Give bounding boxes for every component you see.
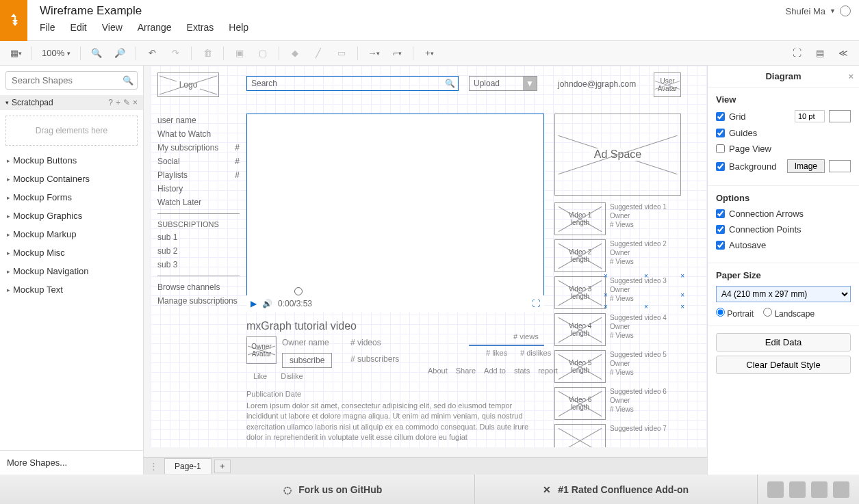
close-icon[interactable]: × <box>848 71 854 81</box>
shape-category[interactable]: Mockup Markup <box>0 225 143 243</box>
suggested-thumb[interactable]: Video 2length <box>554 239 606 272</box>
like-dislike-row[interactable]: LikeDislike <box>253 372 303 380</box>
pageview-checkbox[interactable] <box>716 144 725 153</box>
to-front-button[interactable]: ▣ <box>229 44 250 62</box>
zoom-out-button[interactable]: 🔎 <box>110 44 130 62</box>
connection-arrows-checkbox[interactable] <box>716 209 725 218</box>
suggested-video-row[interactable]: Video 6lengthSuggested video 6Owner# Vie… <box>554 387 681 420</box>
format-panel-icon[interactable]: ▤ <box>810 44 830 62</box>
wireframe-search[interactable]: Search🔍 <box>246 76 459 91</box>
guides-checkbox[interactable] <box>716 129 725 137</box>
facebook-icon[interactable] <box>789 481 806 498</box>
paper-size-select[interactable]: A4 (210 mm x 297 mm) <box>716 286 851 302</box>
shape-category[interactable]: Mockup Navigation <box>0 262 143 280</box>
globe-icon[interactable] <box>840 5 851 16</box>
line-button[interactable]: ╱ <box>308 44 329 62</box>
user-name[interactable]: Shufei Ma <box>786 6 826 16</box>
suggested-thumb[interactable]: Video 5length <box>554 350 606 383</box>
suggested-thumb[interactable]: Video 3length <box>554 276 606 309</box>
edit-data-button[interactable]: Edit Data <box>716 333 851 352</box>
suggested-video-row[interactable]: Video 2lengthSuggested video 2Owner# Vie… <box>554 239 681 272</box>
wireframe-user-avatar[interactable]: UserAvatar <box>654 72 681 97</box>
video-scrubber[interactable] <box>294 287 303 295</box>
zoom-select[interactable]: 100%▾ <box>38 48 75 58</box>
confluence-link[interactable]: ✕ #1 Rated Confluence Add-on <box>475 475 758 504</box>
suggested-video-row[interactable]: Video 4lengthSuggested video 4Owner# Vie… <box>554 313 681 346</box>
shape-category[interactable]: Mockup Forms <box>0 188 143 207</box>
app-logo[interactable] <box>0 0 27 41</box>
github-fork-link[interactable]: ◌ Fork us on GitHub <box>192 475 475 504</box>
menu-edit[interactable]: Edit <box>70 22 87 33</box>
suggested-thumb[interactable]: Video 6length <box>554 387 606 420</box>
shape-category[interactable]: Mockup Text <box>0 280 143 299</box>
user-menu-caret[interactable]: ▼ <box>830 8 836 14</box>
video-actions[interactable]: AboutShareAdd tostatsreport <box>428 367 558 375</box>
suggested-thumb[interactable] <box>554 424 606 447</box>
view-mode-button[interactable]: ▦▾ <box>5 44 26 62</box>
wireframe-video-controls[interactable]: ▶ 🔊 0:00/3:53 ⛶ <box>246 295 544 312</box>
grid-size-input[interactable] <box>795 110 825 122</box>
scratchpad-dropzone[interactable]: Drag elements here <box>5 116 138 146</box>
add-page-button[interactable]: + <box>214 460 231 473</box>
wireframe-email[interactable]: johndoe@jgraph.com <box>558 79 636 89</box>
shape-category[interactable]: Mockup Graphics <box>0 207 143 225</box>
menu-view[interactable]: View <box>102 22 123 33</box>
suggested-video-row[interactable]: Suggested video 7 <box>554 424 681 447</box>
landscape-radio[interactable] <box>763 308 772 317</box>
menu-help[interactable]: Help <box>229 22 248 33</box>
wireframe-ad-space[interactable]: Ad Space <box>554 114 681 196</box>
search-shapes-input[interactable] <box>5 71 138 90</box>
fill-button[interactable]: ◆ <box>285 44 305 62</box>
delete-button[interactable]: 🗑 <box>197 44 218 62</box>
shadow-button[interactable]: ▭ <box>331 44 352 62</box>
github-icon[interactable] <box>833 481 849 498</box>
suggested-thumb[interactable]: Video 1length <box>554 202 606 235</box>
twitter-icon[interactable] <box>811 481 828 498</box>
connection-points-checkbox[interactable] <box>716 225 725 234</box>
wireframe-video-player[interactable] <box>246 114 544 312</box>
waypoint-button[interactable]: ⌐▾ <box>387 44 407 62</box>
wireframe-owner-avatar[interactable]: OwnerAvatar <box>246 336 277 364</box>
add-button[interactable]: +▾ <box>419 44 439 62</box>
portrait-radio[interactable] <box>716 308 725 317</box>
scratchpad-add-icon[interactable]: + <box>116 98 120 107</box>
clear-default-style-button[interactable]: Clear Default Style <box>716 356 851 374</box>
menu-arrange[interactable]: Arrange <box>138 22 172 33</box>
fullscreen-icon[interactable]: ⛶ <box>786 44 807 62</box>
menu-file[interactable]: File <box>40 22 55 33</box>
suggested-thumb[interactable]: Video 4length <box>554 313 606 346</box>
canvas-area[interactable]: Logo Search🔍 Upload▼ johndoe@jgraph.com … <box>144 66 707 475</box>
to-back-button[interactable]: ▢ <box>253 44 273 62</box>
suggested-video-row[interactable]: Video 5lengthSuggested video 5Owner# Vie… <box>554 350 681 383</box>
wireframe-sidenav[interactable]: user name What to Watch My subscriptions… <box>157 114 240 308</box>
undo-button[interactable]: ↶ <box>142 44 162 62</box>
collapse-icon[interactable]: ≪ <box>833 44 854 62</box>
redo-button[interactable]: ↷ <box>165 44 185 62</box>
wireframe-upload[interactable]: Upload▼ <box>469 76 537 91</box>
shape-category[interactable]: Mockup Misc <box>0 243 143 262</box>
scratchpad-edit-icon[interactable]: ✎ <box>123 98 130 107</box>
suggested-video-row[interactable]: Video 1lengthSuggested video 1Owner# Vie… <box>554 202 681 235</box>
scratchpad-help-icon[interactable]: ? <box>108 98 113 107</box>
document-title[interactable]: Wireframe Example <box>40 4 765 18</box>
connection-button[interactable]: →▾ <box>363 44 384 62</box>
wireframe-logo[interactable]: Logo <box>157 72 219 97</box>
googleplus-icon[interactable] <box>767 481 784 498</box>
search-icon[interactable]: 🔍 <box>123 75 133 85</box>
autosave-checkbox[interactable] <box>716 241 725 250</box>
scratchpad-close-icon[interactable]: × <box>133 98 138 107</box>
page-tab[interactable]: Page-1 <box>164 458 211 474</box>
shape-category[interactable]: Mockup Buttons <box>0 151 143 170</box>
more-shapes-button[interactable]: More Shapes... <box>0 450 143 475</box>
background-image-button[interactable]: Image <box>787 159 825 173</box>
zoom-in-button[interactable]: 🔍 <box>86 44 107 62</box>
grid-checkbox[interactable] <box>716 112 725 121</box>
shape-category[interactable]: Mockup Containers <box>0 170 143 188</box>
page-tabs-drag-icon[interactable]: ⋮ <box>149 461 158 471</box>
grid-color-swatch[interactable] <box>829 110 851 122</box>
background-checkbox[interactable] <box>716 162 725 171</box>
background-color-swatch[interactable] <box>829 160 851 172</box>
menu-extras[interactable]: Extras <box>187 22 214 33</box>
owner-name[interactable]: Owner name <box>282 338 329 347</box>
subscribe-button[interactable]: subscribe <box>282 353 332 368</box>
